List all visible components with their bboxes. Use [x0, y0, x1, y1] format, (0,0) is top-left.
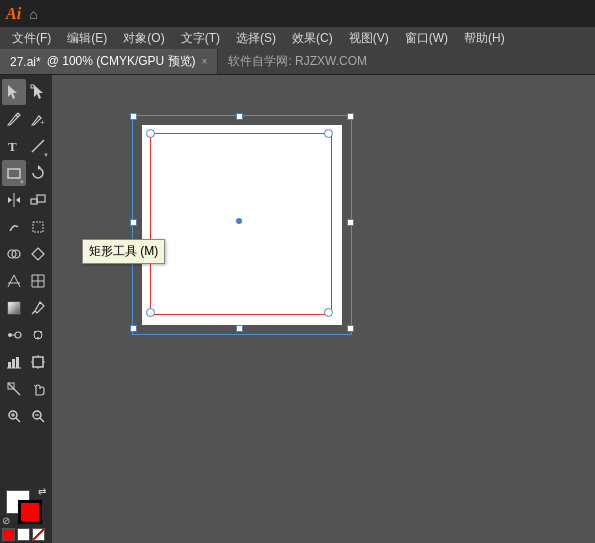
menu-type[interactable]: 文字(T) — [173, 28, 228, 49]
page-handle-bottom-left[interactable] — [130, 325, 137, 332]
ai-logo: Ai — [6, 5, 21, 23]
stroke-swatch[interactable] — [18, 500, 42, 524]
page-handle-top-middle[interactable] — [236, 113, 243, 120]
line-tool[interactable]: ▼ — [26, 133, 50, 159]
page-handle-middle-right[interactable] — [347, 219, 354, 226]
page-handle-middle-left[interactable] — [130, 219, 137, 226]
canvas-area: 矩形工具 (M) — [52, 75, 595, 543]
selection-tool[interactable] — [2, 79, 26, 105]
tab-close-button[interactable]: × — [202, 56, 208, 67]
page-handle-top-left[interactable] — [130, 113, 137, 120]
gradient-tool[interactable] — [2, 295, 26, 321]
tool-row-5 — [2, 187, 50, 213]
svg-line-5 — [32, 140, 44, 152]
type-tool[interactable]: T — [2, 133, 26, 159]
svg-rect-6 — [8, 169, 20, 178]
menu-help[interactable]: 帮助(H) — [456, 28, 513, 49]
menu-select[interactable]: 选择(S) — [228, 28, 284, 49]
tool-row-10 — [2, 322, 50, 348]
tool-row-11 — [2, 349, 50, 375]
tab-filename: 27.ai* — [10, 55, 41, 69]
artboard-canvas — [142, 125, 342, 325]
tool-row-selection — [2, 79, 50, 105]
none-icon[interactable]: ⊘ — [2, 515, 10, 526]
mesh-tool[interactable] — [26, 268, 50, 294]
direct-selection-tool[interactable] — [26, 79, 50, 105]
symbol-sprayer-tool[interactable] — [26, 322, 50, 348]
tool-row-rect: ▼ — [2, 160, 50, 186]
color-swatch-red[interactable] — [2, 528, 15, 541]
color-section: ⇄ ⊘ — [2, 486, 50, 541]
svg-marker-0 — [8, 85, 17, 99]
color-swatch-white[interactable] — [17, 528, 30, 541]
home-icon: ⌂ — [29, 6, 37, 22]
svg-rect-19 — [8, 302, 20, 314]
svg-point-21 — [15, 332, 21, 338]
svg-rect-29 — [16, 357, 19, 368]
svg-text:+: + — [40, 118, 45, 127]
zoom-minus-tool[interactable] — [26, 403, 50, 429]
menu-window[interactable]: 窗口(W) — [397, 28, 456, 49]
svg-line-44 — [40, 418, 44, 422]
hand-tool[interactable] — [26, 376, 50, 402]
artboard-tool[interactable] — [26, 349, 50, 375]
title-bar: Ai ⌂ — [0, 0, 595, 27]
tool-row-2: + — [2, 106, 50, 132]
menu-object[interactable]: 对象(O) — [115, 28, 172, 49]
add-anchor-tool[interactable]: + — [26, 106, 50, 132]
tool-row-12 — [2, 376, 50, 402]
svg-line-38 — [34, 385, 36, 387]
svg-rect-28 — [12, 359, 15, 368]
reflect-tool[interactable] — [2, 187, 26, 213]
swap-colors-icon[interactable]: ⇄ — [38, 486, 46, 497]
svg-marker-1 — [34, 85, 43, 99]
menu-file[interactable]: 文件(F) — [4, 28, 59, 49]
free-transform-tool[interactable] — [26, 214, 50, 240]
svg-point-20 — [8, 333, 12, 337]
tab-bar: 27.ai* @ 100% (CMYK/GPU 预览) × 软件自学网: RJZ… — [0, 49, 595, 75]
svg-rect-2 — [31, 85, 34, 88]
svg-marker-10 — [16, 197, 20, 203]
svg-point-25 — [40, 331, 42, 333]
svg-point-26 — [37, 337, 39, 339]
left-toolbar: + T ▼ ▼ — [0, 75, 52, 543]
page-handle-bottom-right[interactable] — [347, 325, 354, 332]
color-swatch-slash[interactable] — [32, 528, 45, 541]
svg-line-40 — [16, 418, 20, 422]
svg-text:T: T — [8, 139, 17, 154]
tool-row-8 — [2, 268, 50, 294]
menu-view[interactable]: 视图(V) — [341, 28, 397, 49]
pen-tool[interactable] — [2, 106, 26, 132]
svg-line-16 — [8, 275, 14, 287]
page-handle-bottom-middle[interactable] — [236, 325, 243, 332]
menu-edit[interactable]: 编辑(E) — [59, 28, 115, 49]
active-tab[interactable]: 27.ai* @ 100% (CMYK/GPU 预览) × — [0, 49, 218, 74]
stroke-fill-area: ⇄ ⊘ — [2, 486, 46, 526]
tool-tooltip: 矩形工具 (M) — [82, 239, 165, 264]
tooltip-text: 矩形工具 (M) — [89, 244, 158, 258]
svg-line-17 — [14, 275, 20, 287]
tool-row-6 — [2, 214, 50, 240]
blend-tool[interactable] — [2, 322, 26, 348]
website-info: 软件自学网: RJZXW.COM — [218, 49, 377, 74]
svg-rect-11 — [31, 199, 37, 204]
svg-point-24 — [34, 331, 36, 333]
live-paint-tool[interactable] — [26, 241, 50, 267]
rotate-tool[interactable] — [26, 160, 50, 186]
slice-tool[interactable] — [2, 376, 26, 402]
eyedropper-tool[interactable] — [26, 295, 50, 321]
column-graph-tool[interactable] — [2, 349, 26, 375]
bottom-swatches — [2, 528, 50, 541]
zoom-tool[interactable] — [2, 403, 26, 429]
shape-builder-tool[interactable] — [2, 241, 26, 267]
perspective-grid-tool[interactable] — [2, 268, 26, 294]
tool-row-type: T ▼ — [2, 133, 50, 159]
page-handle-top-right[interactable] — [347, 113, 354, 120]
tool-row-zoom — [2, 403, 50, 429]
menu-effect[interactable]: 效果(C) — [284, 28, 341, 49]
rectangle-tool[interactable]: ▼ — [2, 160, 26, 186]
scale-tool[interactable] — [26, 187, 50, 213]
warp-tool[interactable] — [2, 214, 26, 240]
menu-bar: 文件(F) 编辑(E) 对象(O) 文字(T) 选择(S) 效果(C) 视图(V… — [0, 27, 595, 49]
tool-row-9 — [2, 295, 50, 321]
